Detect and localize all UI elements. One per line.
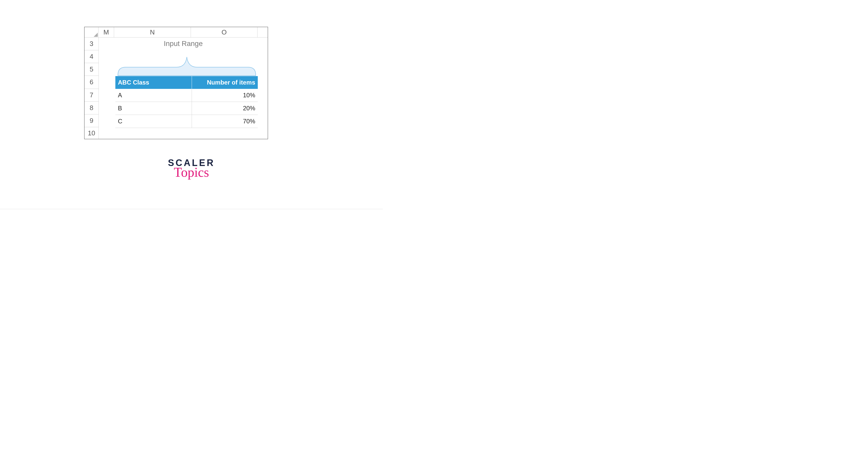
table-header-row: ABC Class Number of items [115,76,258,89]
scaler-topics-logo: SCALER Topics [168,158,215,179]
table-row: C 70% [115,115,258,128]
table-row: A 10% [115,89,258,102]
row-header-10-partial[interactable]: 10 [85,127,98,139]
table-row: B 20% [115,102,258,115]
cell-class-B[interactable]: B [115,102,192,115]
cells-area[interactable]: Input Range ABC Class Number of items A … [99,37,268,139]
row-header-8[interactable]: 8 [85,102,98,114]
row-header-4[interactable]: 4 [85,50,98,63]
table-header-abc-class[interactable]: ABC Class [115,76,192,89]
row-header-3[interactable]: 3 [85,37,98,50]
select-all-triangle-icon [94,33,98,37]
cell-items-A[interactable]: 10% [192,89,258,102]
input-range-label: Input Range [99,39,268,48]
row-header-6[interactable]: 6 [85,76,98,89]
select-all-corner[interactable] [85,27,98,37]
cell-items-C[interactable]: 70% [192,115,258,128]
column-header-O[interactable]: O [191,27,257,37]
row-header-5[interactable]: 5 [85,63,98,76]
table-header-number-of-items[interactable]: Number of items [192,76,258,89]
row-headers: 3 4 5 6 7 8 9 10 [85,37,99,139]
input-range-table: ABC Class Number of items A 10% B 20% C … [115,76,258,128]
column-header-N[interactable]: N [114,27,191,37]
cell-class-C[interactable]: C [115,115,192,128]
row-header-7[interactable]: 7 [85,89,98,102]
cell-class-A[interactable]: A [115,89,192,102]
curly-brace-icon [115,52,258,76]
grid-body: 3 4 5 6 7 8 9 10 Input Range ABC Class N… [85,37,268,139]
cell-items-B[interactable]: 20% [192,102,258,115]
brand-topics-text: Topics [168,167,215,179]
column-header-M[interactable]: M [98,27,114,37]
row-header-9[interactable]: 9 [85,114,98,127]
excel-screenshot-frame: M N O 3 4 5 6 7 8 9 10 Input Range [84,27,268,139]
column-headers: M N O [85,27,268,37]
page: M N O 3 4 5 6 7 8 9 10 Input Range [0,0,383,209]
